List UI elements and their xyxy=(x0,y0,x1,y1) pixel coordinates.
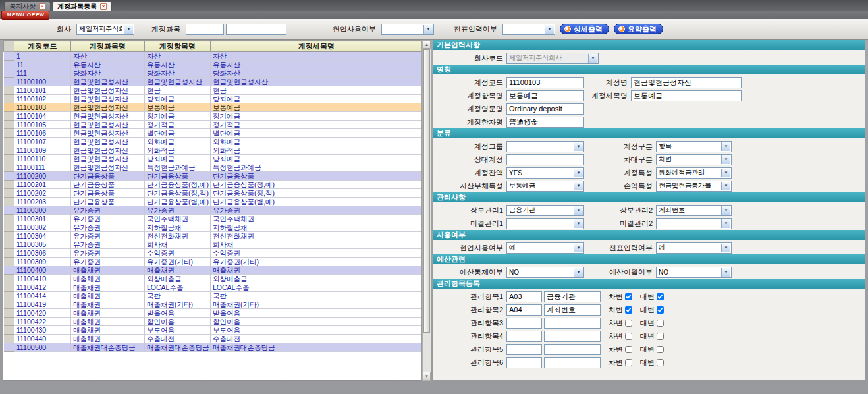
row-selector[interactable] xyxy=(4,283,14,292)
table-row[interactable]: 11100420매출채권받을어음받을어음 xyxy=(4,309,422,318)
english-name-input[interactable] xyxy=(506,103,584,115)
table-row[interactable]: 11100419매출채권매출채권(기타)매출채권(기타) xyxy=(4,300,422,309)
management-item-name-input[interactable] xyxy=(544,344,601,355)
row-selector[interactable] xyxy=(4,318,14,326)
item-name-input[interactable] xyxy=(506,90,584,101)
table-row[interactable]: 11100430매출채권부도어음부도어음 xyxy=(4,326,422,335)
row-selector[interactable] xyxy=(4,95,14,103)
menu-open-button[interactable]: MENU OPEN xyxy=(1,11,49,20)
row-selector[interactable] xyxy=(4,258,14,266)
header-detail-name[interactable]: 계정세목명 xyxy=(211,41,422,52)
table-row[interactable]: 11100440매출채권수출대전수출대전 xyxy=(4,335,422,343)
debit-checkbox[interactable] xyxy=(625,293,632,300)
credit-checkbox[interactable] xyxy=(657,306,664,314)
row-selector[interactable] xyxy=(4,309,14,318)
table-row[interactable]: 11100102현금및현금성자산당좌예금당좌예금 xyxy=(4,95,422,103)
management-item-name-input[interactable] xyxy=(544,331,601,342)
row-selector[interactable] xyxy=(4,335,14,343)
table-row[interactable]: 11100400매출채권매출채권매출채권 xyxy=(4,266,422,275)
row-selector[interactable] xyxy=(4,121,14,129)
table-row[interactable]: 11100103현금및현금성자산보통예금보통예금 xyxy=(4,103,422,112)
table-row[interactable]: 11100101현금및현금성자산현금현금 xyxy=(4,86,422,95)
management-item-code-input[interactable] xyxy=(506,304,542,316)
table-row[interactable]: 11100202단기금융상품단기금융상품(정,적)단기금융상품(정,적) xyxy=(4,189,422,198)
table-row[interactable]: 11100106현금및현금성자산별단예금별단예금 xyxy=(4,129,422,138)
row-selector[interactable] xyxy=(4,69,14,78)
detail-name-input[interactable] xyxy=(631,90,742,101)
row-selector[interactable] xyxy=(4,181,14,189)
management-item-code-input[interactable] xyxy=(506,318,542,329)
account-code-filter-input[interactable] xyxy=(186,24,224,35)
credit-checkbox[interactable] xyxy=(657,320,664,327)
table-row[interactable]: 11100201단기금융상품단기금융상품(정,예)단기금융상품(정,예) xyxy=(4,181,422,189)
row-selector[interactable] xyxy=(4,198,14,206)
budget-carryover-select[interactable]: NO ▼ xyxy=(656,267,732,278)
row-selector[interactable] xyxy=(4,172,14,181)
management-item-code-input[interactable] xyxy=(506,344,542,355)
management-item-name-input[interactable] xyxy=(544,304,601,316)
table-row[interactable]: 11100111현금및현금성자산특정현금과예금특정현금과예금 xyxy=(4,163,422,172)
row-selector[interactable] xyxy=(4,112,14,121)
row-selector[interactable] xyxy=(4,275,14,283)
debit-checkbox[interactable] xyxy=(625,306,632,314)
credit-checkbox[interactable] xyxy=(657,293,664,300)
row-selector[interactable] xyxy=(4,52,14,61)
account-name-input[interactable] xyxy=(631,77,742,88)
slip-entry-select[interactable]: 예 ▼ xyxy=(656,242,732,254)
use-filter-select[interactable]: ▼ xyxy=(381,24,434,35)
table-row[interactable]: 11100300유가증권유가증권유가증권 xyxy=(4,206,422,215)
table-row[interactable]: 11100306유가증권수익증권수익증권 xyxy=(4,249,422,258)
close-icon[interactable]: × xyxy=(100,3,107,10)
table-row[interactable]: 11100107현금및현금성자산외화예금외화예금 xyxy=(4,138,422,146)
row-selector[interactable] xyxy=(4,240,14,249)
debit-checkbox[interactable] xyxy=(625,333,632,340)
debit-credit-division-select[interactable]: 차변 ▼ xyxy=(656,154,732,165)
table-row[interactable]: 11100200단기금융상품단기금융상품단기금융상품 xyxy=(4,172,422,181)
table-row[interactable]: 11100109현금및현금성자산외화적금외화적금 xyxy=(4,146,422,155)
row-selector[interactable] xyxy=(4,146,14,155)
header-account-name[interactable]: 계정과목명 xyxy=(71,41,145,52)
table-row[interactable]: 11100301유가증권국민주택채권국민주택채권 xyxy=(4,215,422,223)
row-selector[interactable] xyxy=(4,129,14,138)
row-selector[interactable] xyxy=(4,155,14,163)
budget-control-select[interactable]: NO ▼ xyxy=(506,267,584,278)
row-selector[interactable] xyxy=(4,266,14,275)
company-select[interactable]: 제일저지주식회사 ▼ xyxy=(76,24,134,35)
table-row[interactable]: 11100412매출채권LOCAL수출LOCAL수출 xyxy=(4,283,422,292)
management-item-name-input[interactable] xyxy=(544,291,601,302)
table-row[interactable]: 11100100현금및현금성자산현금및현금성자산현금및현금성자산 xyxy=(4,78,422,86)
table-row[interactable]: 11100105현금및현금성자산정기적금정기적금 xyxy=(4,121,422,129)
row-selector[interactable] xyxy=(4,343,14,352)
row-selector[interactable] xyxy=(4,292,14,300)
account-division-select[interactable]: 항목 ▼ xyxy=(656,141,732,152)
row-selector[interactable] xyxy=(4,326,14,335)
table-row[interactable]: 11100410매출채권외상매출금외상매출금 xyxy=(4,275,422,283)
row-selector[interactable] xyxy=(4,138,14,146)
hanja-name-input[interactable] xyxy=(506,117,584,128)
table-row[interactable]: 11100414매출채권국판국판 xyxy=(4,292,422,300)
row-selector[interactable] xyxy=(4,206,14,215)
table-row[interactable]: 11100500매출채권대손충당금매출채권대손충당금매출채권대손충당금 xyxy=(4,343,422,352)
debit-checkbox[interactable] xyxy=(625,320,632,327)
table-row[interactable]: 11100203단기금융상품단기금융상품(별,예)단기금융상품(별,예) xyxy=(4,198,422,206)
table-row[interactable]: 11유동자산유동자산유동자산 xyxy=(4,61,422,69)
scroll-up-icon[interactable]: ▲ xyxy=(423,40,431,49)
table-row[interactable]: 11100422매출채권할인어음할인어음 xyxy=(4,318,422,326)
debit-checkbox[interactable] xyxy=(625,346,632,353)
credit-checkbox[interactable] xyxy=(657,359,664,366)
account-group-select[interactable]: ▼ xyxy=(506,141,584,152)
debit-checkbox[interactable] xyxy=(625,359,632,366)
profit-loss-trait-select[interactable]: 현금및현금등가물 ▼ xyxy=(656,181,732,192)
book-management1-select[interactable]: 금융기관 ▼ xyxy=(506,205,584,216)
book-management2-select[interactable]: 계좌번호 ▼ xyxy=(656,205,732,216)
row-selector[interactable] xyxy=(4,215,14,223)
scrollbar-thumb[interactable] xyxy=(423,49,430,333)
tab-account-registration[interactable]: 계정과목등록 × xyxy=(52,1,112,11)
row-selector[interactable] xyxy=(4,232,14,240)
use-status-select[interactable]: 예 ▼ xyxy=(506,242,584,254)
asset-liability-trait-select[interactable]: 보통예금 ▼ xyxy=(506,181,584,192)
account-name-filter-input[interactable] xyxy=(226,24,286,35)
row-selector[interactable] xyxy=(4,163,14,172)
row-selector[interactable] xyxy=(4,300,14,309)
account-code-input[interactable] xyxy=(506,77,584,88)
